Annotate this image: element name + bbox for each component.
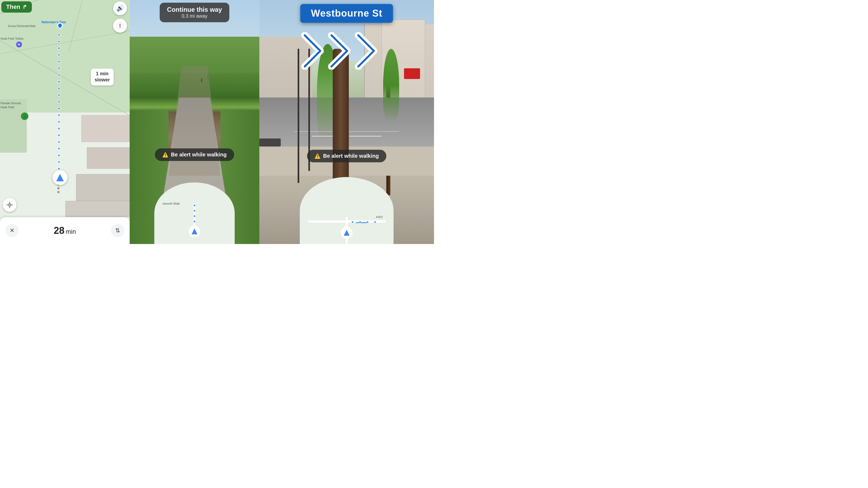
alert-badge: ⚠️ Be alert while walking: [155, 149, 234, 161]
route-dot: [58, 121, 60, 123]
sign-post: [298, 49, 299, 183]
compass-button[interactable]: [113, 19, 127, 33]
mini-dot-r3: [367, 221, 369, 223]
swap-route-button[interactable]: ⇅: [111, 224, 124, 237]
close-icon: ✕: [10, 227, 14, 234]
park-area: [0, 0, 130, 112]
a402-label: A402: [376, 215, 383, 219]
mini-arrow: [191, 228, 197, 234]
toilets-label: Hyde Park Toilets: [1, 37, 23, 40]
building-block-4: [65, 201, 130, 217]
red-bus: [404, 68, 420, 79]
route-dot: [58, 33, 60, 36]
route-dot: [58, 154, 60, 157]
building-block-3: [76, 174, 130, 201]
direction-arrows: [307, 32, 387, 70]
mini-map-label: ckworth Walk: [162, 202, 180, 205]
route-dot: [58, 94, 60, 96]
route-dot: [58, 40, 60, 43]
emma-walk-label: Emma FitzGerald Walk: [8, 25, 35, 28]
route-dot: [58, 134, 60, 137]
ar-walking-panel: Continue this way 0.3 mi away ⚠️ Be aler…: [130, 0, 259, 244]
person-2: [207, 75, 209, 79]
route-dot: [58, 67, 60, 70]
close-button[interactable]: ✕: [5, 224, 19, 237]
destination-pin: [57, 23, 63, 28]
toilet-icon: 🚻: [16, 41, 22, 47]
slower-bubble: 1 minslower: [91, 69, 114, 86]
route-dot: [58, 127, 60, 130]
time-unit: min: [66, 228, 76, 235]
sound-button[interactable]: 🔊: [113, 1, 127, 15]
continue-banner: Continue this way 0.3 mi away: [160, 3, 229, 22]
continue-subtitle: 0.3 mi away: [166, 13, 223, 19]
navigation-arrow: [56, 174, 64, 181]
svg-point-4: [9, 204, 10, 205]
alert-badge-right: ⚠️ Be alert while walking: [307, 150, 386, 162]
building-block: [82, 115, 130, 142]
then-arrow-icon: ↱: [23, 4, 27, 10]
map-panel: Reformer's Tree Emma FitzGerald Walk Hyd…: [0, 0, 130, 244]
route-dot: [58, 167, 60, 170]
mini-user-location-right: [341, 227, 352, 239]
chevron-3: [355, 32, 387, 70]
route-dot: [58, 60, 60, 63]
route-dot: [58, 80, 60, 83]
route-dot: [58, 47, 60, 50]
mini-arrow-right: [344, 230, 350, 236]
mini-dot-4: [193, 210, 195, 212]
mini-user-location: [189, 226, 200, 237]
alert-text-right: Be alert while walking: [323, 153, 379, 159]
route-dot: [58, 74, 60, 76]
navigation-bottom-bar: ✕ 28 min ⇅: [0, 217, 130, 244]
route-dot: [58, 141, 60, 143]
car: [259, 138, 281, 147]
street-name-sign: Westbourne St: [300, 4, 393, 23]
parade-label: Parade Ground,Hyde Park: [1, 101, 22, 109]
continue-title: Continue this way: [166, 6, 223, 13]
user-location-marker: [53, 170, 67, 185]
slower-text: 1 minslower: [95, 71, 110, 83]
mini-dot-3: [193, 215, 195, 217]
mini-route-arrow: [356, 222, 367, 223]
mini-dot-2: [193, 221, 195, 223]
route-dot: [58, 100, 60, 103]
alert-triangle-icon-right: ⚠️: [314, 153, 320, 159]
swap-icon: ⇅: [115, 227, 120, 234]
mini-dot-r1: [351, 221, 353, 223]
route-dot: [58, 107, 60, 110]
compass-icon: [116, 22, 124, 29]
route-dot: [58, 114, 60, 117]
then-label: Then: [6, 3, 20, 10]
alert-triangle-icon: ⚠️: [162, 152, 168, 158]
mini-dot-5: [193, 204, 195, 206]
mini-dot-r2: [359, 221, 361, 223]
route-dot: [58, 161, 60, 163]
sound-icon: 🔊: [117, 5, 124, 12]
alert-text: Be alert while walking: [171, 152, 227, 158]
building-block-2: [87, 147, 130, 169]
mini-dot-r4: [374, 221, 376, 223]
then-button[interactable]: Then ↱: [1, 1, 32, 12]
route-dot: [58, 54, 60, 56]
time-value: 28: [54, 225, 64, 236]
ar-street-panel: Westbourne St ⚠️ Be alert while walking: [259, 0, 434, 244]
crosshair-icon: [6, 201, 13, 208]
tree-icon: 🌲: [21, 112, 28, 120]
recenter-button[interactable]: [3, 198, 17, 212]
route-dot: [58, 147, 60, 150]
person-1: [201, 78, 202, 82]
eta-display: 28 min: [54, 225, 76, 236]
route-line: [58, 27, 60, 185]
route-dot: [58, 87, 60, 90]
